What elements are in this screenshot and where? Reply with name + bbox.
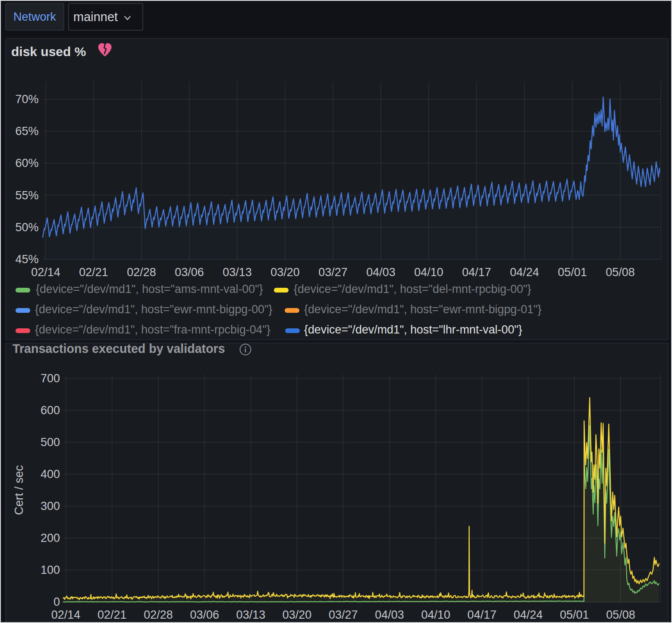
svg-text:03/06: 03/06	[190, 608, 219, 621]
svg-text:04/03: 04/03	[375, 608, 404, 621]
svg-text:04/10: 04/10	[414, 266, 443, 279]
svg-text:02/14: 02/14	[31, 266, 60, 279]
svg-text:02/21: 02/21	[79, 266, 108, 279]
svg-text:02/28: 02/28	[127, 266, 156, 279]
svg-text:45%: 45%	[15, 253, 38, 266]
svg-text:03/13: 03/13	[223, 266, 252, 279]
svg-text:55%: 55%	[15, 189, 38, 202]
svg-text:100: 100	[41, 563, 60, 576]
svg-text:70%: 70%	[15, 93, 38, 106]
svg-text:500: 500	[41, 436, 60, 449]
svg-text:05/01: 05/01	[558, 266, 587, 279]
svg-text:0: 0	[53, 595, 60, 608]
svg-text:04/24: 04/24	[510, 266, 539, 279]
svg-text:02/21: 02/21	[97, 608, 127, 621]
svg-text:65%: 65%	[15, 125, 38, 138]
svg-text:60%: 60%	[15, 157, 38, 170]
svg-text:04/10: 04/10	[421, 608, 450, 621]
svg-text:04/24: 04/24	[514, 608, 543, 621]
svg-text:05/08: 05/08	[606, 266, 635, 279]
svg-text:600: 600	[41, 404, 60, 417]
svg-text:02/14: 02/14	[51, 608, 81, 621]
svg-text:04/17: 04/17	[462, 266, 491, 279]
svg-text:03/13: 03/13	[236, 608, 266, 621]
svg-text:03/27: 03/27	[318, 266, 348, 279]
svg-text:Cert / sec: Cert / sec	[13, 465, 25, 515]
svg-text:03/06: 03/06	[175, 266, 204, 279]
svg-text:50%: 50%	[15, 221, 38, 234]
svg-text:03/20: 03/20	[283, 608, 312, 621]
svg-text:03/27: 03/27	[329, 608, 358, 621]
svg-text:05/01: 05/01	[560, 608, 589, 621]
svg-text:700: 700	[41, 372, 60, 385]
svg-text:200: 200	[41, 532, 60, 544]
svg-text:03/20: 03/20	[270, 266, 300, 279]
svg-text:02/28: 02/28	[144, 608, 173, 621]
svg-text:400: 400	[41, 468, 60, 481]
svg-text:04/17: 04/17	[468, 608, 497, 621]
svg-text:05/08: 05/08	[606, 608, 635, 621]
svg-text:04/03: 04/03	[366, 266, 396, 279]
svg-text:300: 300	[41, 500, 60, 513]
